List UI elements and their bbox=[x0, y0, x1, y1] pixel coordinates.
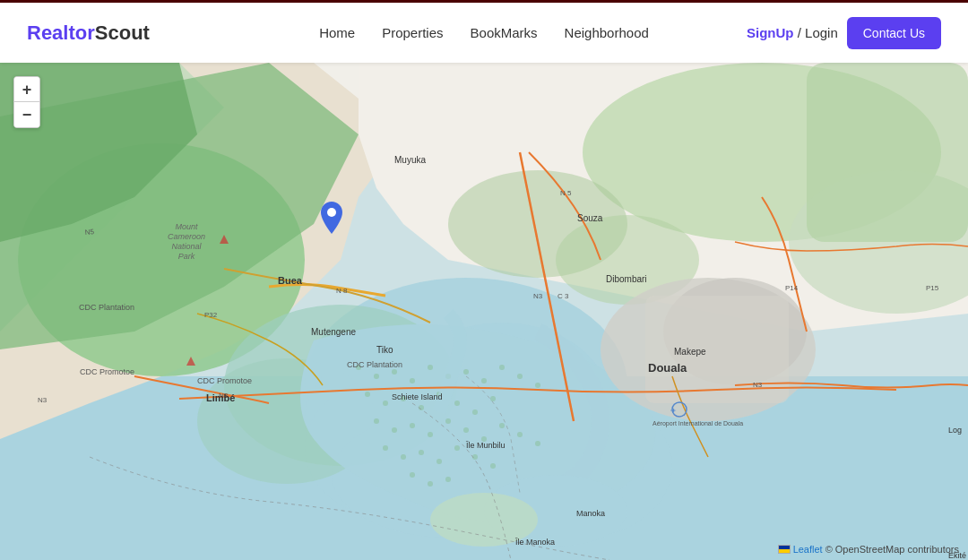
svg-text:Muyuka: Muyuka bbox=[394, 155, 426, 165]
svg-text:Île Munbilu: Île Munbilu bbox=[465, 441, 506, 450]
svg-point-56 bbox=[454, 445, 460, 451]
svg-text:P32: P32 bbox=[204, 311, 218, 319]
svg-text:Douala: Douala bbox=[648, 361, 687, 375]
svg-text:CDC Plantation: CDC Plantation bbox=[79, 303, 134, 312]
svg-text:Mutengene: Mutengene bbox=[311, 327, 356, 337]
header: RealtorScout Home Properties BookMarks N… bbox=[0, 0, 968, 63]
svg-rect-11 bbox=[807, 63, 968, 242]
svg-text:Manoka: Manoka bbox=[576, 509, 605, 518]
osm-attribution: © OpenStreetMap contributors bbox=[825, 544, 959, 555]
svg-point-41 bbox=[490, 396, 496, 401]
svg-text:CDC Plantation: CDC Plantation bbox=[347, 360, 402, 369]
svg-point-42 bbox=[374, 418, 379, 424]
svg-point-34 bbox=[365, 392, 370, 397]
svg-point-25 bbox=[392, 369, 397, 375]
nav-bookmarks[interactable]: BookMarks bbox=[471, 25, 538, 40]
nav-home[interactable]: Home bbox=[319, 25, 355, 40]
svg-point-51 bbox=[535, 441, 540, 446]
svg-point-33 bbox=[535, 383, 540, 388]
svg-text:Souza: Souza bbox=[577, 213, 603, 223]
nav-properties[interactable]: Properties bbox=[382, 25, 443, 40]
svg-text:Buea: Buea bbox=[278, 275, 303, 286]
logo-scout: Scout bbox=[95, 22, 150, 44]
svg-text:P14: P14 bbox=[785, 284, 799, 292]
svg-point-32 bbox=[517, 374, 523, 379]
svg-text:Cameroon: Cameroon bbox=[168, 232, 205, 241]
svg-text:Log: Log bbox=[948, 426, 962, 435]
svg-point-53 bbox=[401, 454, 406, 460]
header-right: SignUp / Login Contact Us bbox=[747, 17, 941, 49]
nav-neighborhood[interactable]: Neighborhood bbox=[565, 25, 649, 40]
svg-text:Dibombari: Dibombari bbox=[606, 274, 647, 284]
svg-point-52 bbox=[383, 445, 388, 451]
login-link[interactable]: Login bbox=[805, 25, 838, 40]
svg-point-50 bbox=[517, 432, 523, 437]
svg-point-39 bbox=[454, 401, 460, 406]
zoom-out-button[interactable]: − bbox=[14, 102, 39, 127]
signup-link[interactable]: SignUp bbox=[747, 25, 794, 40]
svg-point-46 bbox=[445, 418, 451, 424]
svg-text:N 5: N 5 bbox=[560, 189, 572, 197]
auth-separator: / bbox=[794, 25, 806, 40]
map-attribution: Leaflet © OpenStreetMap contributors bbox=[778, 544, 959, 556]
svg-point-59 bbox=[410, 472, 415, 478]
svg-text:N 8: N 8 bbox=[336, 287, 348, 295]
svg-text:✈: ✈ bbox=[670, 407, 677, 415]
svg-point-31 bbox=[499, 365, 505, 370]
svg-point-45 bbox=[428, 432, 433, 437]
svg-point-24 bbox=[374, 374, 379, 379]
svg-text:Limbé: Limbé bbox=[206, 392, 235, 403]
contact-button[interactable]: Contact Us bbox=[847, 17, 941, 49]
svg-point-58 bbox=[490, 463, 496, 469]
logo-realtor: Realtor bbox=[27, 22, 95, 44]
svg-point-27 bbox=[428, 365, 433, 370]
svg-text:P15: P15 bbox=[926, 284, 939, 292]
svg-text:N3: N3 bbox=[38, 396, 48, 404]
svg-text:Île Manoka: Île Manoka bbox=[514, 538, 555, 547]
svg-point-55 bbox=[436, 459, 442, 464]
svg-text:Mount: Mount bbox=[175, 222, 198, 231]
svg-text:CDC Promotoe: CDC Promotoe bbox=[197, 376, 252, 385]
svg-point-40 bbox=[472, 409, 478, 415]
main-nav: Home Properties BookMarks Neighborhood bbox=[319, 25, 649, 40]
svg-point-47 bbox=[463, 427, 469, 433]
map-svg: N5 N 5 N3 C 3 N 8 N3 N3 P32 P14 P15 Muyu… bbox=[0, 63, 968, 560]
zoom-controls: + − bbox=[13, 76, 40, 128]
logo: RealtorScout bbox=[27, 22, 150, 45]
svg-text:N3: N3 bbox=[533, 292, 543, 300]
svg-text:C 3: C 3 bbox=[557, 292, 569, 300]
svg-point-61 bbox=[445, 477, 451, 482]
svg-point-44 bbox=[410, 423, 415, 428]
map-container[interactable]: N5 N 5 N3 C 3 N 8 N3 N3 P32 P14 P15 Muyu… bbox=[0, 63, 968, 560]
svg-point-106 bbox=[327, 208, 336, 217]
svg-text:National: National bbox=[171, 242, 202, 251]
svg-text:Aéroport International de Doua: Aéroport International de Douala bbox=[653, 420, 743, 427]
svg-point-35 bbox=[383, 401, 388, 406]
svg-text:Schiete Island: Schiete Island bbox=[392, 392, 443, 401]
auth-links: SignUp / Login bbox=[747, 25, 838, 40]
leaflet-link[interactable]: Leaflet bbox=[793, 544, 823, 555]
svg-text:N5: N5 bbox=[84, 228, 95, 237]
map-pin[interactable] bbox=[321, 202, 342, 232]
zoom-in-button[interactable]: + bbox=[14, 77, 39, 102]
svg-point-43 bbox=[392, 427, 397, 433]
svg-point-49 bbox=[499, 423, 505, 428]
svg-text:N3: N3 bbox=[753, 381, 763, 389]
svg-point-54 bbox=[419, 450, 424, 455]
svg-point-26 bbox=[410, 378, 415, 383]
svg-text:CDC Promotoe: CDC Promotoe bbox=[80, 367, 134, 376]
svg-text:Tiko: Tiko bbox=[376, 345, 393, 355]
svg-text:Park: Park bbox=[178, 252, 195, 261]
svg-point-30 bbox=[481, 378, 487, 383]
svg-point-60 bbox=[428, 481, 433, 487]
svg-point-29 bbox=[463, 369, 469, 375]
svg-text:Makepe: Makepe bbox=[674, 347, 706, 357]
